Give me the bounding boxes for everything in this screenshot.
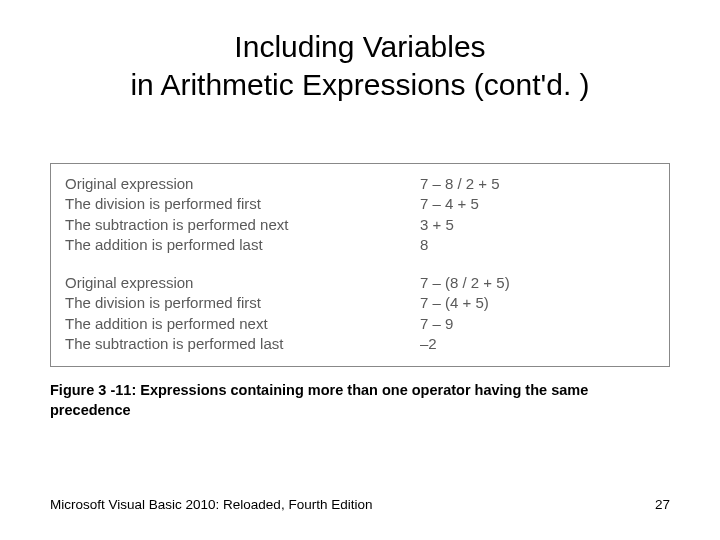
footer-source: Microsoft Visual Basic 2010: Reloaded, F… — [50, 497, 372, 512]
step-expression: 7 – (4 + 5) — [420, 293, 655, 313]
page-number: 27 — [655, 497, 670, 512]
page-title: Including Variables in Arithmetic Expres… — [40, 28, 680, 103]
step-expression: 8 — [420, 235, 655, 255]
table-row: The subtraction is performed last –2 — [65, 334, 655, 354]
table-row: Original expression 7 – 8 / 2 + 5 — [65, 174, 655, 194]
slide-footer: Microsoft Visual Basic 2010: Reloaded, F… — [50, 497, 670, 512]
table-row: The division is performed first 7 – (4 +… — [65, 293, 655, 313]
expression-group-2: Original expression 7 – (8 / 2 + 5) The … — [65, 273, 655, 354]
table-row: The division is performed first 7 – 4 + … — [65, 194, 655, 214]
step-description: Original expression — [65, 273, 420, 293]
table-row: The addition is performed next 7 – 9 — [65, 314, 655, 334]
step-description: The division is performed first — [65, 293, 420, 313]
table-row: Original expression 7 – (8 / 2 + 5) — [65, 273, 655, 293]
expression-group-1: Original expression 7 – 8 / 2 + 5 The di… — [65, 174, 655, 255]
step-expression: –2 — [420, 334, 655, 354]
step-expression: 7 – 9 — [420, 314, 655, 334]
step-description: The addition is performed last — [65, 235, 420, 255]
table-row: The subtraction is performed next 3 + 5 — [65, 215, 655, 235]
step-expression: 7 – 8 / 2 + 5 — [420, 174, 655, 194]
step-description: The division is performed first — [65, 194, 420, 214]
table-row: The addition is performed last 8 — [65, 235, 655, 255]
step-description: The addition is performed next — [65, 314, 420, 334]
figure-caption: Figure 3 -11: Expressions containing mor… — [50, 381, 670, 420]
step-expression: 7 – 4 + 5 — [420, 194, 655, 214]
step-description: The subtraction is performed last — [65, 334, 420, 354]
step-description: Original expression — [65, 174, 420, 194]
slide: Including Variables in Arithmetic Expres… — [0, 0, 720, 540]
step-expression: 3 + 5 — [420, 215, 655, 235]
figure-box: Original expression 7 – 8 / 2 + 5 The di… — [50, 163, 670, 367]
step-description: The subtraction is performed next — [65, 215, 420, 235]
step-expression: 7 – (8 / 2 + 5) — [420, 273, 655, 293]
title-line-2: in Arithmetic Expressions (cont'd. ) — [130, 68, 589, 101]
title-line-1: Including Variables — [234, 30, 485, 63]
